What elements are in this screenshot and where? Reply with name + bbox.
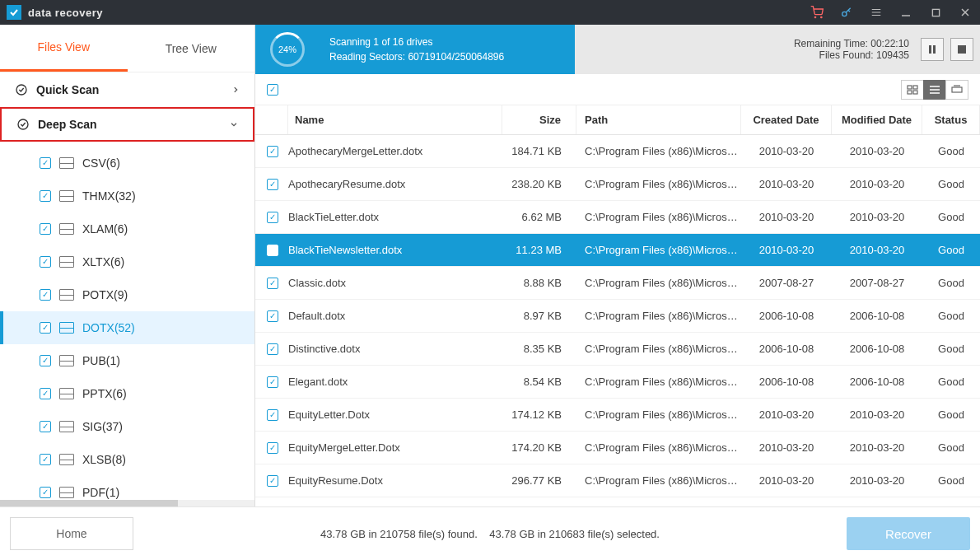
tree-item[interactable]: DOTX(52) xyxy=(0,311,254,344)
tree-item-checkbox[interactable] xyxy=(40,487,51,498)
col-status[interactable]: Status xyxy=(922,105,980,134)
quick-scan-section[interactable]: Quick Scan xyxy=(0,72,254,107)
tree-item-checkbox[interactable] xyxy=(40,223,51,235)
quick-scan-label: Quick Scan xyxy=(36,83,99,96)
svg-point-5 xyxy=(18,119,28,129)
tree-horizontal-scrollbar[interactable] xyxy=(0,500,254,506)
tree-item-label: XLTX(6) xyxy=(82,255,124,268)
table-row[interactable]: BlackTieLetter.dotx6.62 MBC:\Program Fil… xyxy=(255,201,980,234)
col-modified[interactable]: Modified Date xyxy=(832,105,922,134)
table-row[interactable]: Default.dotx8.97 KBC:\Program Files (x86… xyxy=(255,300,980,333)
table-row[interactable]: Classic.dotx8.88 KBC:\Program Files (x86… xyxy=(255,267,980,300)
tree-item[interactable]: PUB(1) xyxy=(0,344,254,377)
list-view-button[interactable] xyxy=(923,80,946,100)
table-body[interactable]: ApothecaryMergeLetter.dotx184.71 KBC:\Pr… xyxy=(255,135,980,506)
row-checkbox[interactable] xyxy=(267,376,278,388)
table-row[interactable]: Elegant.dotx8.54 KBC:\Program Files (x86… xyxy=(255,366,980,399)
tree-item[interactable]: XLTX(6) xyxy=(0,245,254,278)
pause-button[interactable] xyxy=(921,38,944,61)
cell-size: 8.35 KB xyxy=(502,343,576,355)
tree-item-checkbox[interactable] xyxy=(40,355,51,366)
tree-item-checkbox[interactable] xyxy=(40,157,51,169)
row-checkbox[interactable] xyxy=(267,245,278,256)
cell-path: C:\Program Files (x86)\Microsoft ... xyxy=(576,441,741,454)
cell-size: 6.62 MB xyxy=(502,211,576,223)
tree-item[interactable]: PPTX(6) xyxy=(0,377,254,410)
close-icon[interactable] xyxy=(950,0,980,25)
table-row[interactable]: ApothecaryMergeLetter.dotx184.71 KBC:\Pr… xyxy=(255,135,980,168)
row-checkbox[interactable] xyxy=(267,343,278,355)
key-icon[interactable] xyxy=(832,0,861,25)
tree-item[interactable]: THMX(32) xyxy=(0,180,254,212)
maximize-icon[interactable] xyxy=(921,0,950,25)
filetype-tree[interactable]: CSV(6)THMX(32)XLAM(6)XLTX(6)POTX(9)DOTX(… xyxy=(0,142,254,500)
cell-name: EquityResume.Dotx xyxy=(288,474,502,487)
row-checkbox[interactable] xyxy=(267,409,278,421)
col-name[interactable]: Name xyxy=(288,105,502,134)
col-size[interactable]: Size xyxy=(502,105,576,134)
row-checkbox[interactable] xyxy=(267,278,278,289)
folder-icon xyxy=(59,256,74,268)
row-checkbox[interactable] xyxy=(267,310,278,322)
cell-status: Good xyxy=(922,376,980,388)
tree-item[interactable]: CSV(6) xyxy=(0,147,254,180)
stop-button[interactable] xyxy=(950,38,973,61)
col-path[interactable]: Path xyxy=(576,105,741,134)
tree-item-label: PUB(1) xyxy=(82,354,120,367)
table-row[interactable]: EquityLetter.Dotx174.12 KBC:\Program Fil… xyxy=(255,399,980,432)
cell-created: 2010-03-20 xyxy=(741,211,832,223)
preview-view-button[interactable] xyxy=(945,80,968,100)
table-row[interactable]: ApothecaryResume.dotx238.20 KBC:\Program… xyxy=(255,168,980,201)
table-row[interactable]: Distinctive.dotx8.35 KBC:\Program Files … xyxy=(255,333,980,366)
cell-path: C:\Program Files (x86)\Microsoft ... xyxy=(576,408,741,421)
minimize-icon[interactable] xyxy=(891,0,921,25)
table-row[interactable]: BlackTieNewsletter.dotx11.23 MBC:\Progra… xyxy=(255,234,980,267)
row-checkbox[interactable] xyxy=(267,146,278,157)
scan-status-line1: Scanning 1 of 16 drives xyxy=(329,36,575,48)
remaining-time: Remaining Time: 00:22:10 xyxy=(794,38,909,49)
cell-status: Good xyxy=(922,145,980,157)
scan-status: Scanning 1 of 16 drives Reading Sectors:… xyxy=(320,25,575,74)
row-checkbox[interactable] xyxy=(267,212,278,223)
folder-icon xyxy=(59,487,74,498)
summary-found: 43.78 GB in 210758 file(s) found. xyxy=(320,528,478,540)
row-checkbox[interactable] xyxy=(267,442,278,454)
svg-rect-12 xyxy=(913,91,917,94)
tree-item[interactable]: POTX(9) xyxy=(0,278,254,311)
tree-item-checkbox[interactable] xyxy=(40,454,51,465)
table-row[interactable]: EquityMergeLetter.Dotx174.20 KBC:\Progra… xyxy=(255,432,980,464)
tree-item-checkbox[interactable] xyxy=(40,289,51,301)
recover-button[interactable]: Recover xyxy=(847,517,970,550)
tree-item[interactable]: PDF(1) xyxy=(0,476,254,500)
row-checkbox[interactable] xyxy=(267,179,278,190)
tab-tree-view[interactable]: Tree View xyxy=(128,25,255,72)
brand-logo-icon xyxy=(7,5,21,20)
tree-item-checkbox[interactable] xyxy=(40,190,51,202)
folder-icon xyxy=(59,289,74,301)
tree-item-checkbox[interactable] xyxy=(40,322,51,334)
cell-created: 2010-03-20 xyxy=(741,474,832,487)
tree-item-checkbox[interactable] xyxy=(40,388,51,399)
select-all-checkbox[interactable] xyxy=(267,84,278,96)
tree-item-checkbox[interactable] xyxy=(40,421,51,432)
menu-icon[interactable] xyxy=(861,0,891,25)
cell-name: ApothecaryResume.dotx xyxy=(288,178,502,190)
col-created[interactable]: Created Date xyxy=(741,105,832,134)
tree-item[interactable]: XLAM(6) xyxy=(0,212,254,245)
home-button[interactable]: Home xyxy=(10,517,133,550)
svg-point-4 xyxy=(16,85,26,95)
grid-view-button[interactable] xyxy=(901,80,924,100)
tree-item-checkbox[interactable] xyxy=(40,256,51,268)
tree-item-label: PDF(1) xyxy=(82,486,119,499)
tree-item[interactable]: SIG(37) xyxy=(0,410,254,443)
tree-item[interactable]: XLSB(8) xyxy=(0,443,254,476)
row-checkbox[interactable] xyxy=(267,475,278,487)
deep-scan-section[interactable]: Deep Scan xyxy=(0,107,254,142)
cell-status: Good xyxy=(922,277,980,289)
tab-files-view[interactable]: Files View xyxy=(0,25,128,72)
tree-item-label: XLAM(6) xyxy=(82,222,128,236)
table-row[interactable]: EquityResume.Dotx296.77 KBC:\Program Fil… xyxy=(255,464,980,497)
cell-name: BlackTieLetter.dotx xyxy=(288,211,502,223)
cell-modified: 2010-03-20 xyxy=(832,211,922,223)
cart-icon[interactable] xyxy=(802,0,832,25)
